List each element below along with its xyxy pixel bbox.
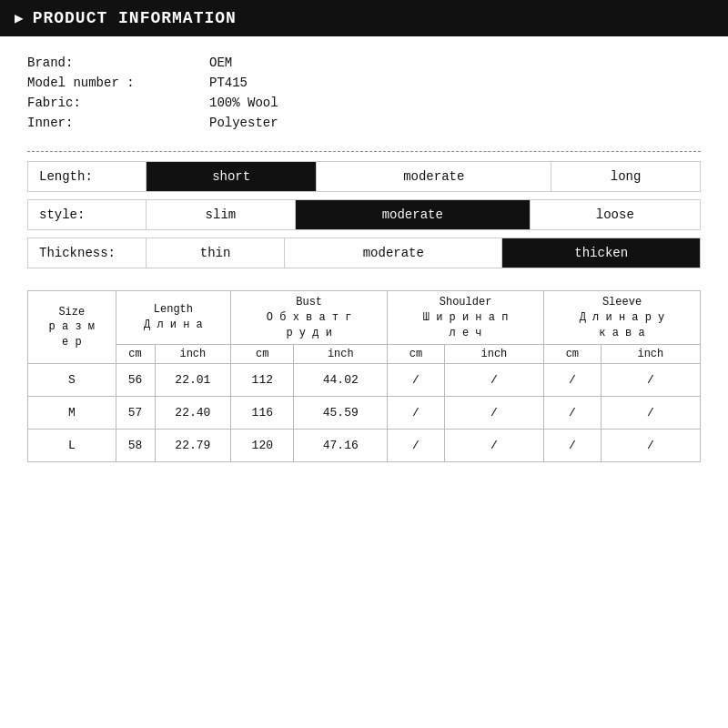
size-s-sleeve-in: / <box>601 364 700 397</box>
size-s-bust-in: 44.02 <box>294 364 388 397</box>
size-s-length-cm: 56 <box>116 364 155 397</box>
length-option-moderate[interactable]: moderate <box>317 162 551 192</box>
model-label: Model number : <box>27 76 209 90</box>
info-row-inner: Inner: Polyester <box>27 113 701 133</box>
thickness-selector: Thickness: thin moderate thicken <box>27 238 701 268</box>
thickness-option-thin[interactable]: thin <box>147 238 285 268</box>
product-info-section: Brand: OEM Model number : PT415 Fabric: … <box>0 36 728 142</box>
size-table: Size р а з м е р Length Д л и н а Bust О… <box>27 290 701 462</box>
length-selector: Length: short moderate long <box>27 161 701 192</box>
size-l-sleeve-in: / <box>601 430 700 462</box>
size-l: L <box>28 430 116 462</box>
bust-inch-unit: inch <box>294 345 388 364</box>
size-table-header: Size р а з м е р Length Д л и н а Bust О… <box>28 291 701 345</box>
style-option-moderate[interactable]: moderate <box>295 200 530 230</box>
style-option-slim[interactable]: slim <box>147 200 296 230</box>
size-m-shoulder-in: / <box>444 397 543 430</box>
size-l-sleeve-cm: / <box>544 430 602 462</box>
size-s-shoulder-cm: / <box>388 364 445 397</box>
size-row-l: L 58 22.79 120 47.16 / / / / <box>28 430 701 462</box>
shoulder-cm-unit: cm <box>388 345 445 364</box>
sleeve-cm-unit: cm <box>544 345 602 364</box>
size-l-bust-cm: 120 <box>231 430 294 462</box>
size-m-bust-cm: 116 <box>231 397 294 430</box>
size-m-sleeve-cm: / <box>544 397 602 430</box>
size-l-length-cm: 58 <box>116 430 155 462</box>
length-label: Length: <box>28 162 147 192</box>
style-selector: style: slim moderate loose <box>27 199 701 230</box>
thickness-option-thicken[interactable]: thicken <box>502 238 701 268</box>
size-l-shoulder-cm: / <box>388 430 445 462</box>
fabric-value: 100% Wool <box>209 96 278 110</box>
size-s: S <box>28 364 116 397</box>
col-length-header: Length Д л и н а <box>116 291 231 345</box>
page-header: ▶ PRODUCT INFORMATION <box>0 0 728 36</box>
length-option-long[interactable]: long <box>551 162 701 192</box>
col-shoulder-header: Shoulder Ш и р и н а п л е ч <box>388 291 544 345</box>
selectors-section: Length: short moderate long style: slim … <box>0 161 728 268</box>
sleeve-inch-unit: inch <box>601 345 700 364</box>
length-inch-unit: inch <box>155 345 231 364</box>
info-row-brand: Brand: OEM <box>27 53 701 73</box>
section-divider <box>27 151 701 152</box>
info-row-model: Model number : PT415 <box>27 73 701 93</box>
size-table-units: cm inch cm inch cm inch cm inch <box>28 345 701 364</box>
page-title: PRODUCT INFORMATION <box>33 9 237 27</box>
size-m-bust-in: 45.59 <box>294 397 388 430</box>
col-sleeve-header: Sleeve Д л и н а р у к а в а <box>544 291 701 345</box>
inner-value: Polyester <box>209 116 278 130</box>
thickness-option-moderate[interactable]: moderate <box>285 238 502 268</box>
model-value: PT415 <box>209 76 248 90</box>
size-m-length-cm: 57 <box>116 397 155 430</box>
size-row-m: M 57 22.40 116 45.59 / / / / <box>28 397 701 430</box>
style-option-loose[interactable]: loose <box>530 200 700 230</box>
bust-cm-unit: cm <box>231 345 294 364</box>
style-label: style: <box>28 200 147 230</box>
size-l-length-in: 22.79 <box>155 430 231 462</box>
col-size-header: Size р а з м е р <box>28 291 116 364</box>
thickness-label: Thickness: <box>28 238 147 268</box>
size-m: M <box>28 397 116 430</box>
size-s-shoulder-in: / <box>444 364 543 397</box>
size-s-sleeve-cm: / <box>544 364 602 397</box>
info-row-fabric: Fabric: 100% Wool <box>27 93 701 113</box>
size-s-length-in: 22.01 <box>155 364 231 397</box>
size-m-sleeve-in: / <box>601 397 700 430</box>
size-l-shoulder-in: / <box>444 430 543 462</box>
size-m-shoulder-cm: / <box>388 397 445 430</box>
size-s-bust-cm: 112 <box>231 364 294 397</box>
brand-value: OEM <box>209 56 232 70</box>
col-bust-header: Bust О б х в а т г р у д и <box>231 291 388 345</box>
style-row: style: slim moderate loose <box>28 200 701 230</box>
length-option-short[interactable]: short <box>147 162 317 192</box>
thickness-row: Thickness: thin moderate thicken <box>28 238 701 268</box>
size-row-s: S 56 22.01 112 44.02 / / / / <box>28 364 701 397</box>
inner-label: Inner: <box>27 116 209 130</box>
size-table-section: Size р а з м е р Length Д л и н а Bust О… <box>0 276 728 471</box>
size-l-bust-in: 47.16 <box>294 430 388 462</box>
header-icon: ▶ <box>15 9 24 27</box>
size-m-length-in: 22.40 <box>155 397 231 430</box>
brand-label: Brand: <box>27 56 209 70</box>
length-row: Length: short moderate long <box>28 162 701 192</box>
fabric-label: Fabric: <box>27 96 209 110</box>
shoulder-inch-unit: inch <box>444 345 543 364</box>
length-cm-unit: cm <box>116 345 155 364</box>
